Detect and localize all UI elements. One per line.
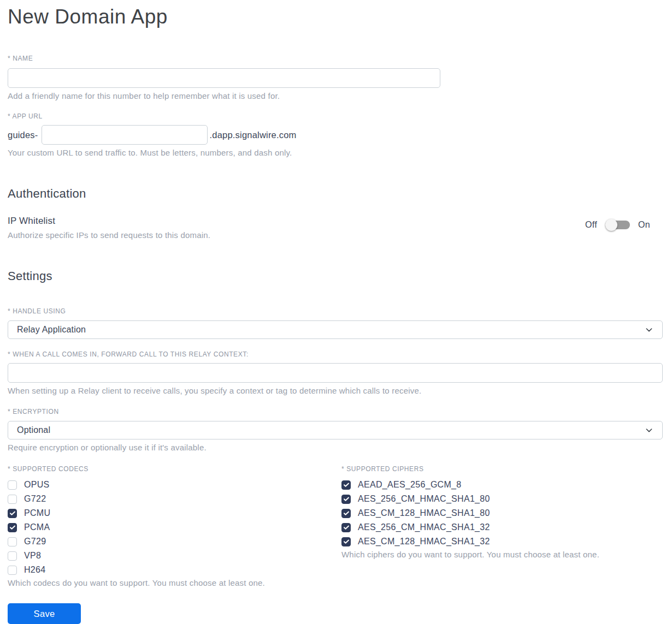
name-input[interactable]: [8, 68, 440, 88]
ip-whitelist-row: IP Whitelist Authorize specific IPs to s…: [8, 216, 663, 240]
relay-context-input[interactable]: [8, 363, 663, 383]
app-url-label: * APP URL: [8, 112, 663, 120]
encryption-label: * ENCRYPTION: [8, 408, 663, 415]
new-domain-app-form: New Domain App * NAME Add a friendly nam…: [0, 0, 672, 624]
codec-option-label: PCMA: [24, 522, 50, 532]
app-url-suffix: .dapp.signalwire.com: [210, 130, 297, 140]
name-label: * NAME: [8, 55, 663, 62]
codecs-helper-text: Which codecs do you want to support. You…: [8, 578, 341, 587]
checkbox-unchecked-icon[interactable]: [8, 537, 17, 546]
encryption-helper-text: Require encryption or optionally use it …: [8, 443, 663, 452]
cipher-option-label: AES_256_CM_HMAC_SHA1_32: [358, 522, 490, 532]
checkbox-checked-icon[interactable]: [8, 523, 17, 532]
app-url-field-group: * APP URL guides- .dapp.signalwire.com Y…: [8, 112, 663, 157]
codec-option-vp8[interactable]: VP8: [8, 549, 341, 563]
checkbox-unchecked-icon[interactable]: [8, 566, 17, 575]
codec-option-label: VP8: [24, 551, 41, 561]
checkbox-checked-icon[interactable]: [341, 537, 351, 546]
handle-using-select[interactable]: Relay Application: [8, 320, 663, 339]
checkbox-unchecked-icon[interactable]: [8, 480, 17, 490]
codec-option-h264[interactable]: H264: [8, 563, 341, 577]
codec-option-g722[interactable]: G722: [8, 492, 341, 506]
checkbox-checked-icon[interactable]: [341, 495, 351, 504]
encryption-select[interactable]: Optional: [8, 421, 663, 439]
checkbox-checked-icon[interactable]: [341, 523, 351, 532]
app-url-helper-text: Your custom URL to send traffic to. Must…: [8, 148, 663, 157]
handle-using-group: * HANDLE USING Relay Application: [8, 307, 663, 339]
page-title: New Domain App: [8, 5, 663, 28]
codec-option-g729[interactable]: G729: [8, 534, 341, 549]
codecs-ciphers-row: * SUPPORTED CODECS OPUSG722PCMUPCMAG729V…: [8, 465, 663, 624]
codec-option-label: G722: [24, 494, 46, 504]
supported-ciphers-label: * SUPPORTED CIPHERS: [341, 465, 663, 473]
codec-option-label: G729: [24, 537, 46, 546]
codec-option-opus[interactable]: OPUS: [8, 478, 341, 492]
cipher-option-label: AES_CM_128_HMAC_SHA1_32: [358, 537, 490, 546]
ip-whitelist-toggle-block: Off On: [585, 219, 650, 231]
save-button[interactable]: Save: [8, 603, 81, 624]
supported-ciphers-group: * SUPPORTED CIPHERS AEAD_AES_256_GCM_8AE…: [341, 465, 663, 624]
toggle-knob[interactable]: [605, 219, 617, 231]
toggle-off-label: Off: [585, 220, 597, 230]
codec-option-label: H264: [24, 565, 45, 575]
toggle-on-label: On: [638, 220, 650, 230]
supported-codecs-group: * SUPPORTED CODECS OPUSG722PCMUPCMAG729V…: [8, 465, 341, 624]
relay-context-group: * WHEN A CALL COMES IN, FORWARD CALL TO …: [8, 350, 663, 395]
checkbox-checked-icon[interactable]: [341, 509, 351, 518]
app-url-input[interactable]: [42, 125, 208, 145]
supported-codecs-label: * SUPPORTED CODECS: [8, 465, 341, 473]
chevron-down-icon: [645, 426, 653, 435]
cipher-option-label: AEAD_AES_256_GCM_8: [358, 480, 462, 490]
handle-using-value: Relay Application: [17, 325, 86, 335]
name-field-group: * NAME Add a friendly name for this numb…: [8, 55, 663, 100]
app-url-row: guides- .dapp.signalwire.com: [8, 125, 663, 145]
relay-context-helper-text: When setting up a Relay client to receiv…: [8, 386, 663, 395]
app-url-prefix: guides-: [8, 130, 38, 140]
ip-whitelist-label: IP Whitelist: [8, 216, 210, 227]
cipher-option-aes_256_cm_hmac_sha1_32[interactable]: AES_256_CM_HMAC_SHA1_32: [341, 520, 663, 534]
checkbox-unchecked-icon[interactable]: [8, 495, 17, 504]
cipher-option-aes_cm_128_hmac_sha1_32[interactable]: AES_CM_128_HMAC_SHA1_32: [341, 534, 663, 549]
cipher-option-label: AES_256_CM_HMAC_SHA1_80: [358, 494, 490, 504]
cipher-option-aead_aes_256_gcm_8[interactable]: AEAD_AES_256_GCM_8: [341, 478, 663, 492]
checkbox-checked-icon[interactable]: [8, 509, 17, 518]
codec-option-pcmu[interactable]: PCMU: [8, 506, 341, 520]
codec-option-label: OPUS: [24, 480, 50, 490]
relay-context-label: * WHEN A CALL COMES IN, FORWARD CALL TO …: [8, 350, 663, 358]
ciphers-helper-text: Which ciphers do you want to support. Yo…: [341, 550, 663, 559]
codec-option-label: PCMU: [24, 508, 50, 518]
settings-heading: Settings: [8, 269, 663, 283]
authentication-heading: Authentication: [8, 187, 663, 201]
ip-whitelist-toggle[interactable]: [605, 219, 630, 231]
checkbox-checked-icon[interactable]: [341, 480, 351, 490]
cipher-option-aes_cm_128_hmac_sha1_80[interactable]: AES_CM_128_HMAC_SHA1_80: [341, 506, 663, 520]
ip-whitelist-text: IP Whitelist Authorize specific IPs to s…: [8, 216, 210, 240]
handle-using-label: * HANDLE USING: [8, 307, 663, 315]
ciphers-checklist: AEAD_AES_256_GCM_8AES_256_CM_HMAC_SHA1_8…: [341, 478, 663, 549]
encryption-value: Optional: [17, 425, 50, 435]
name-helper-text: Add a friendly name for this number to h…: [8, 91, 663, 100]
cipher-option-label: AES_CM_128_HMAC_SHA1_80: [358, 508, 490, 518]
codecs-checklist: OPUSG722PCMUPCMAG729VP8H264: [8, 478, 341, 577]
ip-whitelist-helper-text: Authorize specific IPs to send requests …: [8, 230, 210, 240]
chevron-down-icon: [645, 325, 653, 334]
checkbox-unchecked-icon[interactable]: [8, 551, 17, 561]
codec-option-pcma[interactable]: PCMA: [8, 520, 341, 534]
cipher-option-aes_256_cm_hmac_sha1_80[interactable]: AES_256_CM_HMAC_SHA1_80: [341, 492, 663, 506]
encryption-group: * ENCRYPTION Optional Require encryption…: [8, 408, 663, 452]
